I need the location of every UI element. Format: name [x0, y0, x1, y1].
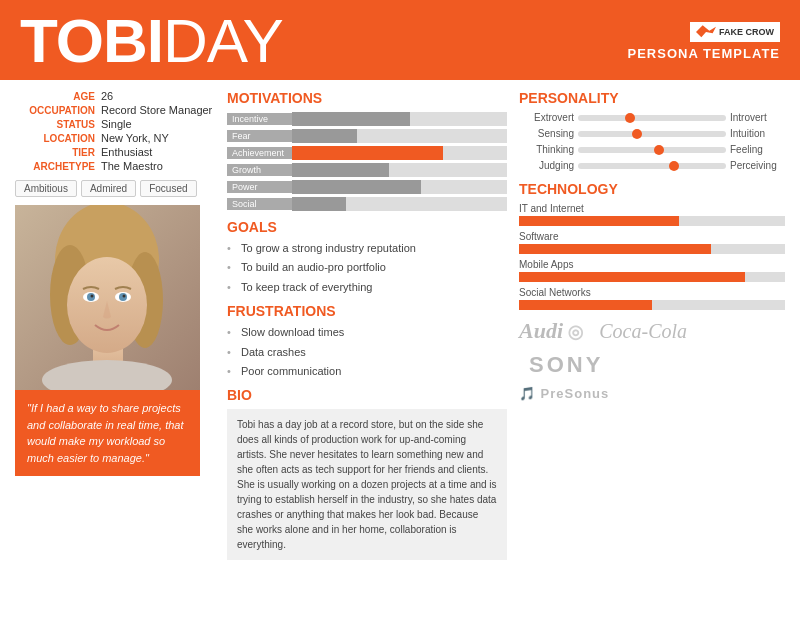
tags-row: Ambitious Admired Focused: [15, 180, 215, 197]
motivation-label: Power: [227, 181, 292, 193]
goal-item: To keep track of everything: [227, 280, 507, 295]
motivation-bar-row: Incentive: [227, 112, 507, 126]
pers-track: [578, 115, 726, 121]
brand-sony: SONY: [529, 352, 785, 378]
tech-bar-row: Mobile Apps: [519, 259, 785, 282]
motivation-track: [292, 146, 507, 160]
middle-column: MOTIVATIONS Incentive Fear Achievement G…: [227, 90, 507, 612]
personality-row: Judging Perceiving: [519, 160, 785, 171]
tech-fill: [519, 216, 679, 226]
frustrations-title: FRUSTRATIONS: [227, 303, 507, 319]
pers-dot: [654, 145, 664, 155]
occupation-label: OCCUPATION: [15, 105, 95, 116]
pers-left-label: Judging: [519, 160, 574, 171]
pers-dot: [669, 161, 679, 171]
tech-track: [519, 244, 785, 254]
tech-track: [519, 216, 785, 226]
fake-crow-badge: FAKE CROW: [690, 22, 780, 42]
motivation-fill: [292, 112, 410, 126]
quote-box: "If I had a way to share projects and co…: [15, 390, 200, 476]
pers-right-label: Perceiving: [730, 160, 785, 171]
status-value: Single: [101, 118, 132, 130]
first-name: TOBI: [20, 6, 163, 75]
pers-right-label: Intuition: [730, 128, 785, 139]
status-row: STATUS Single: [15, 118, 215, 130]
motivation-label: Fear: [227, 130, 292, 142]
left-column: AGE 26 OCCUPATION Record Store Manager S…: [15, 90, 215, 612]
pers-dot: [625, 113, 635, 123]
motivation-track: [292, 180, 507, 194]
tag-focused: Focused: [140, 180, 196, 197]
motivation-fill: [292, 197, 346, 211]
archetype-row: ARCHETYPE The Maestro: [15, 160, 215, 172]
occupation-row: OCCUPATION Record Store Manager: [15, 104, 215, 116]
goals-list: To grow a strong industry reputationTo b…: [227, 241, 507, 295]
motivations-bars: Incentive Fear Achievement Growth Power …: [227, 112, 507, 211]
tech-bar-row: IT and Internet: [519, 203, 785, 226]
tier-label: TIER: [15, 147, 95, 158]
location-label: LOCATION: [15, 133, 95, 144]
frustration-item: Data crashes: [227, 345, 507, 360]
frustration-item: Slow download times: [227, 325, 507, 340]
tech-fill: [519, 244, 711, 254]
brand-presonus: 🎵 PreSonus: [519, 386, 609, 401]
motivation-bar-row: Power: [227, 180, 507, 194]
personality-title: PERSONALITY: [519, 90, 785, 106]
tier-value: Enthusiast: [101, 146, 152, 158]
age-label: AGE: [15, 91, 95, 102]
pers-dot: [632, 129, 642, 139]
motivation-fill: [292, 129, 357, 143]
status-label: STATUS: [15, 119, 95, 130]
motivation-label: Social: [227, 198, 292, 210]
tech-track: [519, 272, 785, 282]
personality-row: Thinking Feeling: [519, 144, 785, 155]
pers-track: [578, 147, 726, 153]
technology-section: IT and Internet Software Mobile Apps Soc…: [519, 203, 785, 310]
age-row: AGE 26: [15, 90, 215, 102]
tech-track: [519, 300, 785, 310]
location-value: New York, NY: [101, 132, 169, 144]
pers-left-label: Sensing: [519, 128, 574, 139]
pers-right-label: Feeling: [730, 144, 785, 155]
motivation-bar-row: Growth: [227, 163, 507, 177]
tech-bar-row: Software: [519, 231, 785, 254]
motivation-label: Incentive: [227, 113, 292, 125]
brand-cocacola: Coca-Cola: [599, 320, 687, 343]
tech-label: IT and Internet: [519, 203, 785, 214]
bio-text: Tobi has a day job at a record store, bu…: [237, 417, 497, 552]
motivation-fill: [292, 163, 389, 177]
persona-name: TOBIDAY: [20, 10, 283, 72]
archetype-value: The Maestro: [101, 160, 163, 172]
badge-text: FAKE CROW: [719, 27, 774, 37]
personality-section: Extrovert Introvert Sensing Intuition Th…: [519, 112, 785, 171]
header: TOBIDAY FAKE CROW PERSONA TEMPLATE: [0, 0, 800, 80]
template-label: PERSONA TEMPLATE: [627, 46, 780, 61]
right-column: PERSONALITY Extrovert Introvert Sensing …: [519, 90, 785, 612]
bio-title: BIO: [227, 387, 507, 403]
header-right: FAKE CROW PERSONA TEMPLATE: [627, 22, 780, 61]
pers-right-label: Introvert: [730, 112, 785, 123]
profile-photo: [15, 205, 200, 390]
last-name: DAY: [163, 6, 283, 75]
personality-row: Extrovert Introvert: [519, 112, 785, 123]
motivation-track: [292, 112, 507, 126]
pers-track: [578, 163, 726, 169]
motivation-track: [292, 163, 507, 177]
brand-audi: Audi ◎: [519, 318, 583, 344]
location-row: LOCATION New York, NY: [15, 132, 215, 144]
technology-title: TECHNOLOGY: [519, 181, 785, 197]
frustrations-list: Slow download timesData crashesPoor comm…: [227, 325, 507, 379]
tech-bar-row: Social Networks: [519, 287, 785, 310]
frustration-item: Poor communication: [227, 364, 507, 379]
goal-item: To grow a strong industry reputation: [227, 241, 507, 256]
goals-title: GOALS: [227, 219, 507, 235]
svg-marker-0: [696, 25, 716, 37]
svg-point-11: [91, 295, 94, 298]
tech-fill: [519, 300, 652, 310]
age-value: 26: [101, 90, 113, 102]
motivation-bar-row: Social: [227, 197, 507, 211]
motivation-track: [292, 129, 507, 143]
crow-icon: [696, 25, 716, 39]
motivation-label: Growth: [227, 164, 292, 176]
motivation-bar-row: Achievement: [227, 146, 507, 160]
